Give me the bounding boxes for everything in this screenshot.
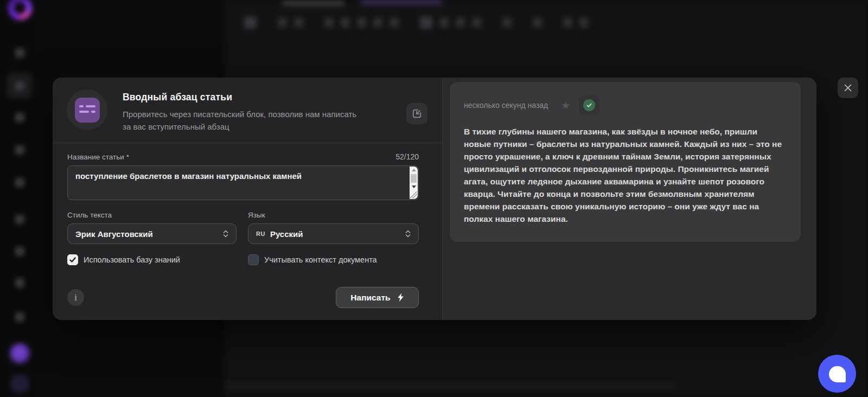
resize-grip-icon[interactable] <box>410 191 417 198</box>
star-favorite-icon[interactable]: ★ <box>561 99 570 112</box>
language-select-label: Язык <box>248 211 419 219</box>
chat-bubble-icon <box>829 366 846 382</box>
sidebar-item-icon <box>15 278 24 287</box>
check-icon <box>69 256 76 264</box>
checkbox-label: Использовать базу знаний <box>84 255 180 264</box>
toolbar-h1-icon <box>324 17 334 28</box>
info-button[interactable]: i <box>67 289 84 306</box>
required-mark: * <box>126 153 129 161</box>
status-badge[interactable] <box>579 95 599 116</box>
toolbar-bold-icon <box>278 17 287 28</box>
style-select[interactable]: Эрик Августовский <box>67 223 237 244</box>
feature-icon-wrap <box>67 89 107 130</box>
modal-title: Вводный абзац статьи <box>123 92 361 103</box>
scroll-up-arrow-icon[interactable] <box>410 167 418 174</box>
sidebar-item-icon <box>15 215 24 224</box>
sidebar-item-icon <box>15 145 24 155</box>
article-title-value: поступление браслетов в магазин натураль… <box>75 171 404 181</box>
document-tab-active <box>361 0 442 4</box>
toolbar-image-icon <box>533 17 542 28</box>
toolbar-code-icon <box>472 17 481 28</box>
info-icon: i <box>74 292 77 303</box>
result-meta-row: несколько секунд назад ★ <box>464 95 787 116</box>
sidebar-item-icon <box>15 113 24 122</box>
chevron-up-down-icon <box>222 228 229 239</box>
title-field-label-text: Название статьи <box>67 153 124 161</box>
toolbar-redo-icon <box>579 17 589 28</box>
checkbox-label: Учитывать контекст документа <box>264 255 377 264</box>
generated-text: В тихие глубины нашего магазина, как звё… <box>464 125 787 225</box>
sidebar <box>0 0 39 397</box>
toolbar-h3-icon <box>357 17 366 28</box>
generated-result-card: несколько секунд назад ★ В тихие глубины… <box>450 82 801 242</box>
generator-modal: Вводный абзац статьи Прорвитесь через пи… <box>53 78 816 320</box>
scroll-down-arrow-icon[interactable] <box>410 183 418 190</box>
sidebar-item-icon <box>15 178 24 187</box>
write-button-label: Написать <box>350 293 390 303</box>
selects-row: Стиль текста Эрик Августовский Язык RU Р… <box>67 211 419 244</box>
scrollbar-thumb[interactable] <box>411 174 417 183</box>
style-select-label: Стиль текста <box>67 211 237 219</box>
sidebar-item-icon <box>15 312 24 322</box>
toolbar-list-ordered-icon <box>439 17 449 28</box>
result-timestamp: несколько секунд назад <box>464 101 548 110</box>
insert-into-document-button[interactable] <box>406 103 427 124</box>
sidebar-bottom-icon <box>10 374 29 393</box>
title-field-header: Название статьи* 52/120 <box>67 152 419 161</box>
toolbar-style-icon <box>244 16 257 29</box>
toolbar-undo-icon <box>563 17 572 28</box>
write-button[interactable]: Написать <box>336 287 419 308</box>
checkbox-box <box>67 254 78 265</box>
modal-result-pane: несколько секунд назад ★ В тихие глубины… <box>443 78 816 320</box>
checkboxes-row: Использовать базу знаний Учитывать конте… <box>67 254 419 265</box>
toolbar-h4-icon <box>373 17 382 28</box>
language-code: RU <box>256 230 265 237</box>
modal-header-texts: Вводный абзац статьи Прорвитесь через пи… <box>123 89 361 133</box>
generator-form: Название статьи* 52/120 поступление брас… <box>67 152 419 308</box>
check-icon <box>586 102 592 108</box>
close-modal-button[interactable] <box>838 78 858 98</box>
editor-bottom-bar <box>224 383 674 389</box>
toolbar-link-icon <box>502 17 512 28</box>
editor-toolbar <box>244 14 596 30</box>
app-logo <box>8 0 32 20</box>
check-circle-icon <box>583 99 595 111</box>
toolbar-h2-icon <box>341 17 350 28</box>
close-icon <box>843 83 853 93</box>
document-tab <box>282 1 344 5</box>
sidebar-item-icon <box>15 247 24 256</box>
header-divider <box>53 143 442 143</box>
style-select-value: Эрик Августовский <box>75 229 222 239</box>
modal-header: Вводный абзац статьи Прорвитесь через пи… <box>53 78 442 133</box>
language-select-group: Язык RU Русский <box>248 211 419 244</box>
toolbar-italic-icon <box>294 17 303 28</box>
lightning-bolt-icon <box>397 293 404 302</box>
header-divider <box>233 8 868 9</box>
style-select-group: Стиль текста Эрик Августовский <box>67 211 237 244</box>
article-title-input[interactable]: поступление браслетов в магазин натураль… <box>67 165 419 200</box>
chevron-up-down-icon <box>404 228 412 239</box>
use-knowledge-base-checkbox[interactable]: Использовать базу знаний <box>67 254 237 265</box>
user-avatar <box>10 343 30 363</box>
textarea-scrollbar[interactable] <box>410 167 418 199</box>
checkbox-box <box>248 254 259 265</box>
toolbar-paragraph-icon <box>390 17 399 28</box>
use-document-context-checkbox[interactable]: Учитывать контекст документа <box>248 254 377 265</box>
char-counter: 52/120 <box>395 152 419 161</box>
toolbar-list-icon <box>420 16 432 29</box>
language-select-value: Русский <box>270 229 404 239</box>
language-select[interactable]: RU Русский <box>248 223 419 244</box>
document-lines-icon <box>75 98 100 123</box>
sidebar-item-icon <box>15 48 24 57</box>
modal-form-pane: Вводный абзац статьи Прорвитесь через пи… <box>53 78 443 320</box>
toolbar-quote-icon <box>456 17 465 28</box>
sidebar-item-icon <box>15 81 24 91</box>
insert-into-document-icon <box>411 108 423 119</box>
modal-subtitle: Прорвитесь через писательский блок, позв… <box>123 108 361 133</box>
title-field-label: Название статьи* <box>67 153 129 161</box>
chat-widget-button[interactable] <box>818 355 856 393</box>
form-footer: i Написать <box>67 287 419 308</box>
